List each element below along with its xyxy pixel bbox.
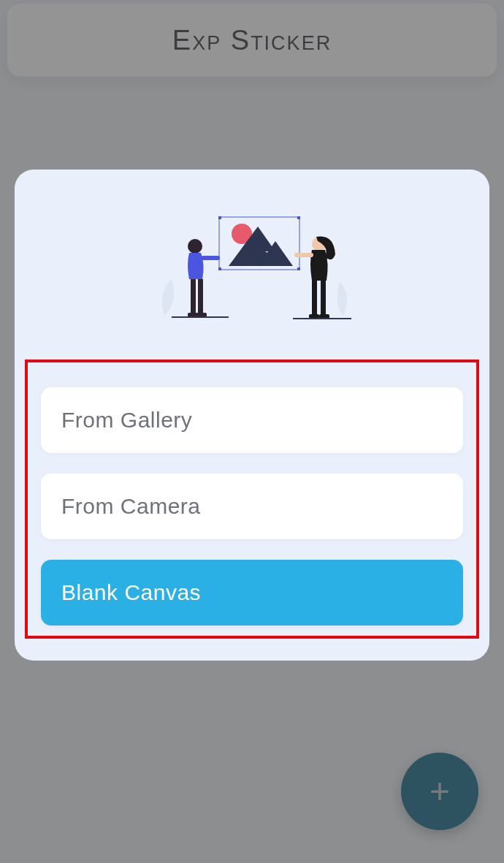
people-picture-illustration-icon <box>150 206 354 330</box>
options-highlight-box: From Gallery From Camera Blank Canvas <box>25 360 479 639</box>
svg-rect-3 <box>218 267 221 270</box>
from-gallery-button[interactable]: From Gallery <box>41 387 463 453</box>
source-picker-sheet: From Gallery From Camera Blank Canvas <box>15 170 489 661</box>
illustration <box>15 170 489 360</box>
svg-rect-7 <box>201 256 220 260</box>
svg-rect-16 <box>321 279 326 316</box>
svg-rect-9 <box>198 279 203 314</box>
svg-rect-4 <box>297 267 300 270</box>
option-label: Blank Canvas <box>61 580 201 604</box>
svg-rect-8 <box>191 279 196 314</box>
svg-rect-15 <box>312 279 317 316</box>
svg-point-6 <box>188 239 202 254</box>
option-label: From Camera <box>61 494 201 518</box>
blank-canvas-button[interactable]: Blank Canvas <box>41 560 463 626</box>
from-camera-button[interactable]: From Camera <box>41 474 463 539</box>
svg-rect-14 <box>294 253 313 257</box>
svg-rect-1 <box>218 216 221 219</box>
option-label: From Gallery <box>61 408 192 432</box>
svg-rect-2 <box>297 216 300 219</box>
